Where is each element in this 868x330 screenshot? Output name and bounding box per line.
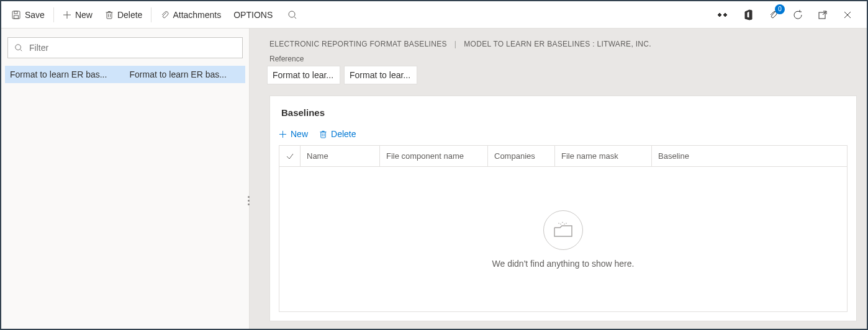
attachments-button[interactable]: Attachments <box>154 1 227 28</box>
delete-label: Delete <box>117 10 142 20</box>
svg-rect-0 <box>12 11 20 19</box>
grid-empty-text: We didn't find anything to show here. <box>492 259 635 269</box>
detail-pane: ELECTRONIC REPORTING FORMAT BASELINES | … <box>250 29 867 329</box>
list-item-col2: Format to learn ER bas... <box>130 69 241 79</box>
baselines-new-label: New <box>291 129 308 139</box>
options-button[interactable]: OPTIONS <box>227 1 279 28</box>
plus-icon <box>63 11 71 19</box>
svg-rect-2 <box>14 16 19 19</box>
grid-select-all[interactable] <box>279 146 301 166</box>
new-button[interactable]: New <box>57 1 99 28</box>
connector-icon[interactable] <box>717 8 730 22</box>
filter-box[interactable] <box>7 37 243 58</box>
baselines-new-button[interactable]: New <box>279 129 308 139</box>
office-icon[interactable] <box>741 8 755 22</box>
delete-button[interactable]: Delete <box>99 1 148 28</box>
grid-header: Name File component name Companies File … <box>279 146 847 167</box>
svg-point-25 <box>558 223 559 224</box>
svg-rect-5 <box>107 12 112 19</box>
reference-field-2[interactable]: Format to lear... <box>344 66 417 84</box>
breadcrumb: ELECTRONIC REPORTING FORMAT BASELINES | … <box>256 29 861 55</box>
pane-resize-handle[interactable] <box>248 196 250 205</box>
options-label: OPTIONS <box>233 10 273 20</box>
svg-point-16 <box>16 45 21 50</box>
list-item[interactable]: Format to learn ER bas... Format to lear… <box>5 66 245 83</box>
col-file-mask[interactable]: File name mask <box>555 146 652 166</box>
col-name[interactable]: Name <box>301 146 380 166</box>
trash-icon <box>105 10 114 20</box>
breadcrumb-root[interactable]: ELECTRONIC REPORTING FORMAT BASELINES <box>269 40 447 48</box>
refresh-button[interactable] <box>791 8 805 22</box>
attachments-badge: 0 <box>775 4 785 14</box>
baselines-delete-label: Delete <box>331 129 356 139</box>
attachments-indicator[interactable]: 0 <box>766 8 780 22</box>
svg-point-29 <box>564 223 565 225</box>
attachments-label: Attachments <box>173 10 221 20</box>
svg-point-27 <box>566 223 567 224</box>
grid-empty-state: We didn't find anything to show here. <box>279 167 847 311</box>
baselines-title: Baselines <box>270 96 856 125</box>
save-label: Save <box>25 10 45 20</box>
list-pane: Format to learn ER bas... Format to lear… <box>1 29 250 329</box>
paperclip-icon <box>160 10 169 20</box>
svg-line-17 <box>20 50 22 51</box>
svg-point-28 <box>560 223 561 225</box>
col-baseline[interactable]: Baseline <box>652 146 847 166</box>
action-bar: Save New Delete Attachments <box>1 1 867 29</box>
close-button[interactable] <box>841 8 854 22</box>
col-file-component[interactable]: File component name <box>380 146 488 166</box>
svg-point-26 <box>562 221 563 223</box>
save-button[interactable]: Save <box>5 1 51 28</box>
svg-rect-20 <box>321 132 325 137</box>
list-item-col1: Format to learn ER bas... <box>10 69 121 79</box>
popout-button[interactable] <box>816 8 830 22</box>
reference-label: Reference <box>256 55 861 66</box>
search-button[interactable] <box>279 1 306 28</box>
col-companies[interactable]: Companies <box>488 146 555 166</box>
breadcrumb-sep: | <box>454 40 456 48</box>
separator <box>53 7 54 22</box>
filter-input[interactable] <box>28 42 236 53</box>
save-icon <box>11 10 21 20</box>
baselines-card: Baselines New Delete <box>269 96 857 321</box>
baselines-delete-button[interactable]: Delete <box>319 129 356 139</box>
svg-line-13 <box>823 11 826 15</box>
svg-line-11 <box>294 17 296 19</box>
svg-point-10 <box>289 11 295 17</box>
baselines-grid: Name File component name Companies File … <box>279 145 848 312</box>
new-label: New <box>75 10 93 20</box>
search-icon <box>287 10 297 20</box>
search-icon <box>14 43 23 52</box>
empty-folder-icon <box>543 210 583 250</box>
separator <box>151 7 151 22</box>
svg-rect-1 <box>14 11 17 14</box>
breadcrumb-current: MODEL TO LEARN ER BASELINES : LITWARE, I… <box>464 40 651 48</box>
reference-field-1[interactable]: Format to lear... <box>267 66 340 84</box>
